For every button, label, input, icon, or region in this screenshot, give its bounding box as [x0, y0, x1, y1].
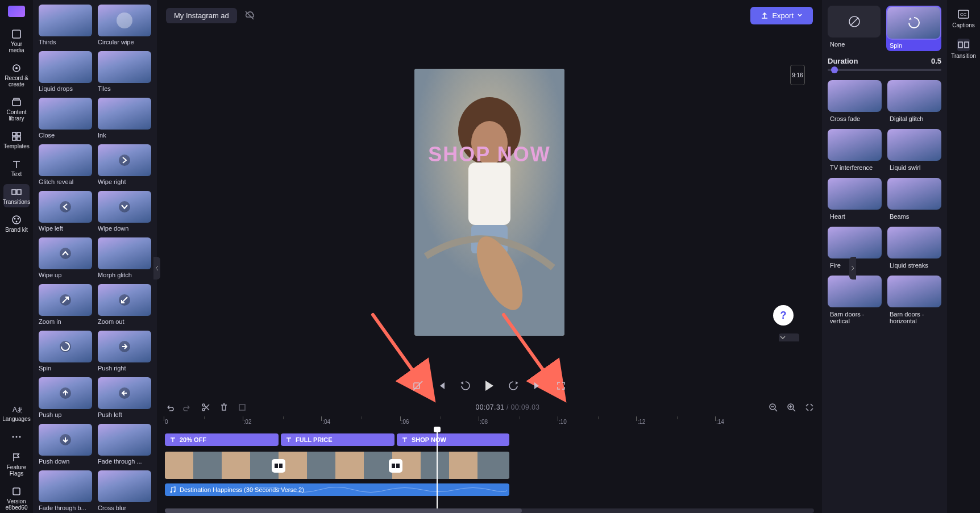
- captions-tab[interactable]: CC Captions: [952, 8, 974, 28]
- nav-your-media[interactable]: Your media: [3, 26, 30, 56]
- transition-option[interactable]: Liquid swirl: [887, 129, 941, 172]
- transition-option[interactable]: Heart: [828, 178, 882, 221]
- fullscreen-icon[interactable]: [555, 380, 567, 391]
- transition-option[interactable]: Barn doors - horizontal: [887, 276, 941, 326]
- transition-item[interactable]: Wipe up: [39, 237, 92, 278]
- panel-toggle-right[interactable]: [849, 257, 856, 280]
- audio-track: Destination Happiness (30 Seconds Verse …: [165, 483, 814, 497]
- project-title[interactable]: My Instagram ad: [166, 8, 237, 23]
- nav-feature-flags[interactable]: Feature Flags: [3, 449, 30, 479]
- transition-item[interactable]: Ink: [98, 98, 151, 139]
- skip-start-icon[interactable]: [436, 380, 447, 391]
- text-clip[interactable]: FULL PRICE: [281, 433, 395, 446]
- transition-item[interactable]: Cross blur: [98, 470, 151, 511]
- transition-label: Circular wipe: [98, 39, 151, 45]
- nav-text[interactable]: Text: [3, 156, 30, 180]
- detach-audio-icon[interactable]: [412, 380, 423, 391]
- nav-transitions[interactable]: Transitions: [3, 184, 30, 207]
- transition-marker[interactable]: [272, 459, 285, 473]
- transition-item[interactable]: Close: [39, 98, 92, 139]
- timeline-scrollbar[interactable]: [165, 508, 814, 513]
- transition-icon: [957, 39, 970, 51]
- duration-slider[interactable]: [828, 69, 941, 71]
- redo-button[interactable]: [183, 403, 192, 412]
- skip-end-icon[interactable]: [531, 380, 543, 391]
- version-icon: [11, 486, 22, 497]
- video-clip[interactable]: [165, 452, 509, 479]
- transition-item[interactable]: Zoom in: [39, 284, 92, 325]
- panel-collapse-handle[interactable]: [779, 333, 799, 341]
- video-preview[interactable]: SHOP NOW: [414, 69, 564, 336]
- svg-rect-3: [13, 100, 20, 106]
- transition-thumb: [39, 51, 92, 83]
- brand-icon: [11, 214, 22, 226]
- transition-spin[interactable]: Spin: [886, 6, 941, 51]
- zoom-in-button[interactable]: [787, 403, 796, 412]
- transition-option[interactable]: TV interference: [828, 129, 882, 172]
- nav-more[interactable]: [3, 429, 30, 445]
- zoom-out-button[interactable]: [769, 403, 778, 412]
- crop-button[interactable]: [238, 403, 247, 412]
- nav-version[interactable]: Version e8bed60: [3, 483, 30, 513]
- cloud-off-icon[interactable]: [244, 10, 255, 21]
- transition-none[interactable]: None: [828, 6, 881, 51]
- timeline-ruler[interactable]: 0:02:04:06:08:10:12:14: [165, 416, 814, 430]
- nav-brand-kit[interactable]: Brand kit: [3, 212, 30, 235]
- split-button[interactable]: [201, 403, 210, 412]
- play-button[interactable]: [484, 380, 495, 391]
- transition-tab[interactable]: Transition: [951, 39, 976, 59]
- transition-item[interactable]: Circular wipe: [98, 5, 151, 45]
- transition-item[interactable]: Glitch reveal: [39, 144, 92, 185]
- transition-item[interactable]: Wipe right: [98, 144, 151, 185]
- time-readout: 00:07.31 / 00:09.03: [476, 403, 540, 411]
- nav-content-library[interactable]: Content library: [3, 94, 30, 124]
- transition-thumb: [828, 80, 882, 112]
- app-logo[interactable]: [8, 6, 25, 17]
- transition-option[interactable]: Cross fade: [828, 80, 882, 123]
- transition-item[interactable]: Wipe left: [39, 191, 92, 232]
- forward-icon[interactable]: [508, 380, 519, 391]
- transition-option[interactable]: Digital glitch: [887, 80, 941, 123]
- delete-button[interactable]: [219, 403, 229, 412]
- nav-languages[interactable]: Aあ Languages: [3, 401, 30, 424]
- nav-label: Transitions: [3, 199, 31, 205]
- transition-option[interactable]: Beams: [887, 178, 941, 221]
- transition-item[interactable]: Liquid drops: [39, 51, 92, 92]
- transition-item[interactable]: Spin: [39, 331, 92, 372]
- nav-record-create[interactable]: Record & create: [3, 60, 30, 90]
- transition-option[interactable]: Barn doors - vertical: [828, 276, 882, 326]
- aspect-ratio-button[interactable]: 9:16: [790, 65, 805, 85]
- transition-option[interactable]: Liquid streaks: [887, 227, 941, 270]
- transition-item[interactable]: Push up: [39, 377, 92, 418]
- transition-item[interactable]: Push right: [98, 331, 151, 372]
- transition-label: Fade through ...: [98, 458, 151, 465]
- transition-item[interactable]: Fade through ...: [98, 424, 151, 465]
- transition-item[interactable]: Push down: [39, 424, 92, 465]
- text-clip[interactable]: SHOP NOW: [397, 433, 509, 446]
- svg-point-22: [60, 201, 71, 212]
- panel-toggle-left[interactable]: [153, 257, 160, 280]
- transition-item[interactable]: Tiles: [98, 51, 151, 92]
- transition-item[interactable]: Wipe down: [98, 191, 151, 232]
- transition-item[interactable]: Zoom out: [98, 284, 151, 325]
- playhead[interactable]: [437, 430, 438, 513]
- transition-marker[interactable]: [389, 459, 402, 473]
- transition-item[interactable]: Morph glitch: [98, 237, 151, 278]
- zoom-fit-button[interactable]: [805, 403, 814, 412]
- help-button[interactable]: ?: [773, 305, 794, 326]
- rewind-icon[interactable]: [460, 380, 471, 391]
- text-clip[interactable]: 20% OFF: [165, 433, 279, 446]
- nav-templates[interactable]: Templates: [3, 128, 30, 152]
- ruler-tick: :06: [401, 419, 409, 425]
- svg-rect-5: [13, 132, 16, 136]
- audio-clip[interactable]: Destination Happiness (30 Seconds Verse …: [165, 483, 509, 496]
- transition-label: Liquid swirl: [887, 163, 941, 172]
- transition-item[interactable]: Push left: [98, 377, 151, 418]
- transition-thumb: [828, 129, 882, 161]
- transition-item[interactable]: Thirds: [39, 5, 92, 45]
- export-button[interactable]: Export: [750, 7, 813, 24]
- far-nav-label: Captions: [952, 22, 974, 28]
- transition-item[interactable]: Fade through b...: [39, 470, 92, 511]
- undo-button[interactable]: [165, 403, 174, 412]
- nav-label: Templates: [3, 143, 30, 149]
